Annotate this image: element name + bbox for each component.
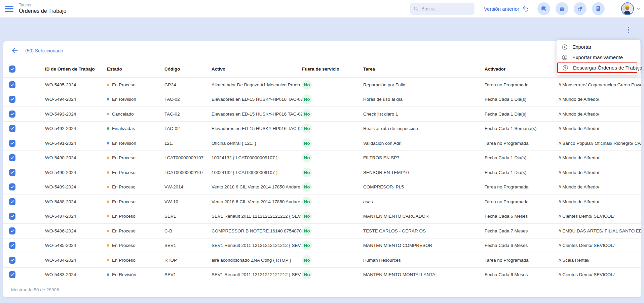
column-header-tarea[interactable]: Tarea: [363, 60, 485, 77]
gift-button[interactable]: [556, 2, 568, 15]
previous-version-label: Versión anterior: [484, 6, 519, 12]
table-row[interactable]: WO-5484-2024 En Proceso RTOP aire acondi…: [3, 253, 641, 267]
out-of-service-badge: No: [302, 255, 312, 265]
user-menu[interactable]: [621, 2, 641, 15]
column-header-id[interactable]: ID de Orden de Trabajo: [45, 60, 107, 77]
task-cell: Realizar ruta de inspección: [363, 126, 485, 131]
out-of-service-cell: No: [302, 138, 363, 148]
trigger-cell: Fecha Cada 6 Meses: [485, 214, 559, 219]
column-header-activo[interactable]: Activo: [212, 60, 302, 77]
table-row[interactable]: WO-5493-2024 Cancelado TAC-02 Elevadores…: [3, 106, 641, 121]
status-label: En Proceso: [112, 82, 136, 87]
location-cell: // Mundo de Alfredo/: [559, 170, 641, 175]
row-checkbox[interactable]: [9, 169, 15, 176]
trigger-cell: Tarea no Programada: [485, 258, 559, 263]
row-checkbox[interactable]: [9, 271, 15, 278]
status-dot: [107, 230, 109, 232]
row-checkbox[interactable]: [9, 96, 15, 103]
row-checkbox[interactable]: [9, 198, 15, 205]
out-of-service-cell: No: [302, 182, 363, 192]
status-label: Cancelado: [112, 112, 134, 117]
quick-actions: [537, 2, 605, 15]
table-row[interactable]: WO-5491-2024 En Revisión 121. Oficina ce…: [3, 136, 641, 150]
status-cell: En Proceso: [107, 243, 164, 248]
status-label: En Proceso: [112, 184, 136, 189]
table-row[interactable]: WO-5490-2024 En Proceso LCAT00000009107 …: [3, 165, 641, 180]
menu-item[interactable]: Descargar Órdenes de Trabajo: [557, 62, 637, 73]
trigger-cell: Fecha Cada 6 Meses: [485, 272, 559, 277]
work-order-id: WO-5483-2024: [45, 272, 107, 277]
status-dot: [107, 84, 109, 86]
page-title: Órdenes de Trabajo: [19, 8, 66, 14]
topbar-divider: [613, 3, 613, 14]
table-row[interactable]: WO-5485-2024 En Proceso SEV1 SEV1 Renaul…: [3, 238, 641, 253]
select-all-checkbox[interactable]: [9, 66, 15, 73]
kebab-menu-button[interactable]: [624, 26, 633, 34]
table-row[interactable]: WO-5488-2024 En Proceso VW-10 Vento 2018…: [3, 194, 641, 209]
row-checkbox[interactable]: [9, 111, 15, 118]
gift-icon: [559, 6, 565, 12]
menu-item[interactable]: Exportar: [557, 42, 640, 52]
out-of-service-badge: No: [302, 153, 312, 163]
status-cell: En Proceso: [107, 170, 164, 175]
knowledge-base-icon: [595, 6, 601, 12]
out-of-service-badge: No: [302, 211, 312, 221]
table-row[interactable]: WO-5483-2024 En Revisión SEV1 SEV1 Renau…: [3, 267, 641, 282]
column-header-codigo[interactable]: Código: [164, 60, 212, 77]
row-checkbox[interactable]: [9, 81, 15, 88]
row-checkbox[interactable]: [9, 213, 15, 220]
code-cell: 121.: [164, 141, 212, 146]
table-row[interactable]: WO-5492-2024 Finalizadas TAC-02 Elevador…: [3, 121, 641, 136]
row-checkbox[interactable]: [9, 227, 15, 234]
task-cell: FILTROS EN SP7: [363, 155, 485, 160]
out-of-service-badge: No: [302, 168, 312, 177]
knowledge-base-button[interactable]: [592, 2, 605, 15]
out-of-service-badge: No: [302, 226, 312, 236]
row-checkbox[interactable]: [9, 125, 15, 132]
chat-assistant-button[interactable]: [537, 2, 550, 15]
previous-version-button[interactable]: Versión anterior: [484, 5, 529, 12]
out-of-service-cell: No: [302, 153, 363, 163]
status-cell: En Proceso: [107, 214, 164, 219]
row-checkbox[interactable]: [9, 257, 15, 264]
table-row[interactable]: WO-5495-2024 En Proceso GP24 Alimentador…: [3, 77, 641, 92]
trigger-cell: Fecha Cada 7 Meses: [485, 228, 559, 233]
status-label: En Revisión: [112, 272, 136, 277]
task-cell: Validación con Adri: [363, 141, 485, 146]
trigger-cell: Tarea no Programada: [485, 199, 559, 204]
row-checkbox[interactable]: [9, 140, 15, 147]
back-button[interactable]: [11, 47, 18, 54]
avatar[interactable]: [621, 2, 634, 15]
rocket-button[interactable]: [574, 2, 586, 15]
row-checkbox[interactable]: [9, 242, 15, 249]
menu-item[interactable]: Exportar masivamente: [557, 52, 640, 62]
menu-icon[interactable]: [4, 4, 14, 14]
search-box[interactable]: [410, 3, 475, 15]
trigger-cell: Tarea no Programada: [485, 141, 559, 146]
table-row[interactable]: WO-5494-2024 En Revisión TAC-02 Elevador…: [3, 92, 641, 107]
code-cell: SEV1: [164, 272, 212, 277]
status-dot: [107, 157, 109, 159]
table-row[interactable]: WO-5490-2024 En Proceso LCAT00000009107 …: [3, 150, 641, 165]
status-dot: [107, 259, 109, 261]
table-row[interactable]: WO-5487-2024 En Proceso SEV1 SEV1 Renaul…: [3, 209, 641, 224]
search-input[interactable]: [421, 6, 471, 11]
location-cell: // Cientes Demo/ SEVICOL/: [559, 214, 641, 219]
table-row[interactable]: WO-5486-2024 En Proceso C-B COMPRESSOR B…: [3, 223, 641, 238]
work-order-id: WO-5489-2024: [45, 184, 107, 189]
asset-cell: Elevadores en ED-15 HUSKY-HP016 TAC-02 .…: [212, 126, 302, 131]
row-checkbox[interactable]: [9, 154, 15, 161]
row-checkbox[interactable]: [9, 183, 15, 190]
out-of-service-cell: No: [302, 80, 363, 90]
table-row[interactable]: WO-5489-2024 En Proceso VW-2014 Vento 20…: [3, 180, 641, 194]
task-cell: MANTENIMIENTO CARGADOR: [363, 214, 485, 219]
column-header-fuera-de-servicio[interactable]: Fuera de servicio: [302, 60, 363, 77]
column-header-activador[interactable]: Activador: [485, 60, 559, 77]
status-label: En Proceso: [112, 228, 136, 233]
task-cell: TESTE CARLOS - GERAR OS: [363, 228, 485, 233]
asset-cell: SEV1 Renault 2011 12121212121212 { SEV..…: [212, 243, 302, 248]
location-cell: // EMBU DAS ARTES/ FILIAL SANTO EDU: [559, 228, 641, 233]
status-dot: [107, 113, 109, 115]
status-dot: [107, 142, 109, 144]
column-header-estado[interactable]: Estado: [107, 60, 164, 77]
